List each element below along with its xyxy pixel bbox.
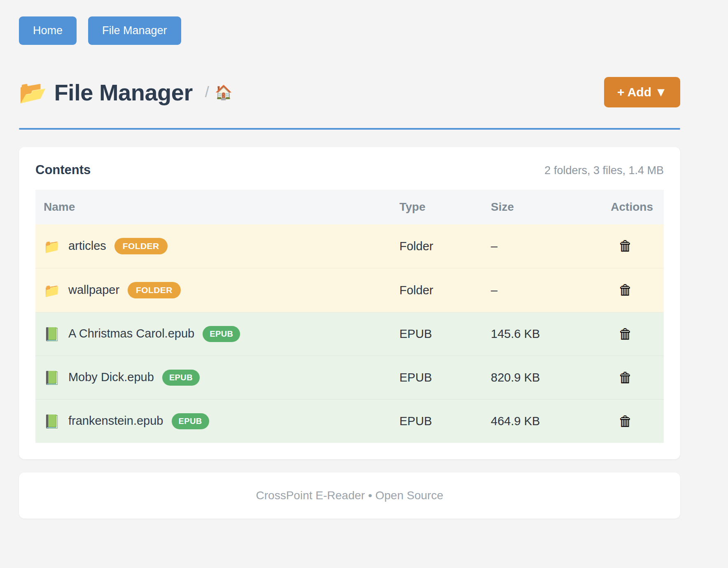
file-name: wallpaper bbox=[68, 283, 119, 296]
book-icon: 📗 bbox=[44, 327, 60, 342]
column-header-type: Type bbox=[398, 190, 489, 224]
file-name: Moby Dick.epub bbox=[68, 370, 154, 384]
trash-icon[interactable]: 🗑 bbox=[618, 327, 632, 341]
table-row[interactable]: 📗A Christmas Carol.epubEPUBEPUB145.6 KB🗑 bbox=[35, 312, 664, 356]
folder-icon: 📁 bbox=[44, 283, 60, 298]
file-actions-cell: 🗑 bbox=[585, 400, 664, 443]
open-folder-icon: 📂 bbox=[19, 81, 47, 103]
table-header-row: Name Type Size Actions bbox=[35, 190, 664, 224]
file-type-badge: EPUB bbox=[203, 326, 240, 342]
page-title: File Manager bbox=[54, 79, 192, 106]
file-name: A Christmas Carol.epub bbox=[68, 327, 194, 340]
file-actions-cell: 🗑 bbox=[585, 268, 664, 312]
file-actions-cell: 🗑 bbox=[585, 312, 664, 356]
footer: CrossPoint E-Reader • Open Source bbox=[19, 473, 680, 519]
file-table: Name Type Size Actions 📁articlesFOLDERFo… bbox=[35, 190, 664, 443]
file-size: 145.6 KB bbox=[489, 312, 585, 356]
contents-card: Contents 2 folders, 3 files, 1.4 MB Name… bbox=[19, 147, 680, 459]
file-table-body: 📁articlesFOLDERFolder–🗑📁wallpaperFOLDERF… bbox=[35, 224, 664, 443]
column-header-size: Size bbox=[489, 190, 585, 224]
folder-icon: 📁 bbox=[44, 239, 60, 254]
book-icon: 📗 bbox=[44, 370, 60, 385]
file-name-cell: 📗Moby Dick.epubEPUB bbox=[35, 356, 398, 400]
contents-title: Contents bbox=[35, 163, 91, 177]
table-row[interactable]: 📁articlesFOLDERFolder–🗑 bbox=[35, 224, 664, 268]
table-row[interactable]: 📗frankenstein.epubEPUBEPUB464.9 KB🗑 bbox=[35, 400, 664, 443]
file-type: EPUB bbox=[398, 312, 489, 356]
book-icon: 📗 bbox=[44, 414, 60, 429]
file-type: EPUB bbox=[398, 356, 489, 400]
column-header-actions: Actions bbox=[585, 190, 664, 224]
file-actions-cell: 🗑 bbox=[585, 356, 664, 400]
table-row[interactable]: 📁wallpaperFOLDERFolder–🗑 bbox=[35, 268, 664, 312]
file-name: frankenstein.epub bbox=[68, 414, 163, 427]
file-type: Folder bbox=[398, 268, 489, 312]
file-type-badge: EPUB bbox=[162, 370, 200, 386]
file-name-cell: 📗A Christmas Carol.epubEPUB bbox=[35, 312, 398, 356]
file-manager-button[interactable]: File Manager bbox=[88, 16, 181, 45]
breadcrumb: / 🏠 bbox=[205, 84, 232, 101]
top-nav: Home File Manager bbox=[19, 16, 680, 45]
trash-icon[interactable]: 🗑 bbox=[618, 283, 632, 297]
file-type: EPUB bbox=[398, 400, 489, 443]
title-divider bbox=[19, 128, 680, 130]
home-button[interactable]: Home bbox=[19, 16, 77, 45]
file-type-badge: EPUB bbox=[172, 413, 209, 429]
file-name: articles bbox=[68, 239, 106, 252]
page-header: 📂 File Manager / 🏠 + Add ▼ bbox=[19, 77, 680, 107]
file-size: 464.9 KB bbox=[489, 400, 585, 443]
trash-icon[interactable]: 🗑 bbox=[618, 370, 632, 384]
column-header-name: Name bbox=[35, 190, 398, 224]
file-manager-page: Home File Manager 📂 File Manager / 🏠 + A… bbox=[0, 0, 728, 568]
add-button[interactable]: + Add ▼ bbox=[604, 77, 680, 107]
file-name-cell: 📁articlesFOLDER bbox=[35, 224, 398, 268]
file-actions-cell: 🗑 bbox=[585, 224, 664, 268]
contents-summary: 2 folders, 3 files, 1.4 MB bbox=[544, 164, 664, 177]
file-name-cell: 📗frankenstein.epubEPUB bbox=[35, 400, 398, 443]
table-row[interactable]: 📗Moby Dick.epubEPUBEPUB820.9 KB🗑 bbox=[35, 356, 664, 400]
file-name-cell: 📁wallpaperFOLDER bbox=[35, 268, 398, 312]
file-size: – bbox=[489, 224, 585, 268]
house-icon[interactable]: 🏠 bbox=[215, 85, 232, 99]
footer-text: CrossPoint E-Reader • Open Source bbox=[35, 489, 664, 502]
file-size: – bbox=[489, 268, 585, 312]
file-type: Folder bbox=[398, 224, 489, 268]
file-size: 820.9 KB bbox=[489, 356, 585, 400]
breadcrumb-separator: / bbox=[205, 84, 209, 101]
file-type-badge: FOLDER bbox=[114, 238, 168, 254]
trash-icon[interactable]: 🗑 bbox=[618, 239, 632, 253]
file-type-badge: FOLDER bbox=[128, 282, 181, 298]
trash-icon[interactable]: 🗑 bbox=[618, 414, 632, 428]
